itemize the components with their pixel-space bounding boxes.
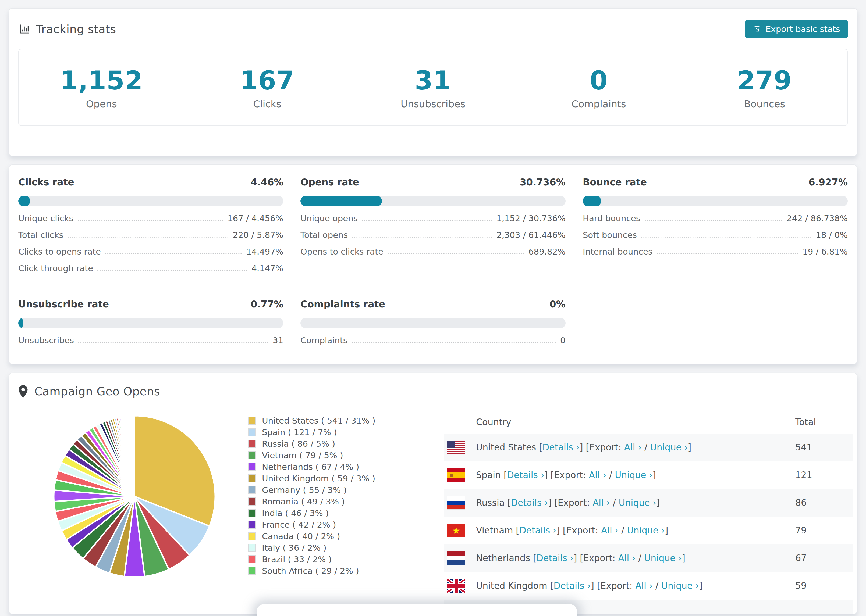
details-link[interactable]: Details › [511,498,548,508]
detail-label: Unsubscribes [18,335,74,345]
detail-label: Click through rate [18,263,93,273]
legend-item-spain: Spain ( 121 / 7% ) [248,426,377,438]
geo-table-row: Spain [Details ›] [Export: All › / Uniqu… [444,461,853,489]
country-cell: United Kingdom [Details ›] [Export: All … [476,580,795,591]
summary-stat-opens: 1,152Opens [19,49,184,125]
column-header-total: Total [795,417,853,427]
detail-value: 167 / 4.456% [228,214,283,223]
rate-detail-row: Hard bounces242 / 86.738% [583,214,848,223]
details-link[interactable]: Details › [519,525,556,536]
stat-label: Complaints [572,98,626,109]
detail-value: 0 [560,335,565,345]
detail-label: Total opens [301,230,348,240]
legend-label: Spain ( 121 / 7% ) [262,427,337,437]
legend-label: France ( 42 / 2% ) [262,520,336,530]
rates-card: Clicks rate4.46%Unique clicks167 / 4.456… [9,165,857,365]
geo-legend: United States ( 541 / 31% )Spain ( 121 /… [248,415,377,577]
export-all-link[interactable]: All › [592,498,610,508]
export-all-link[interactable]: All › [618,553,636,563]
rate-title: Opens rate [301,177,359,188]
details-link[interactable]: Details › [542,442,579,453]
geo-table: Country Total United States [Details ›] … [444,410,853,614]
export-unique-link[interactable]: Unique › [615,470,652,480]
rate-value: 30.736% [520,177,565,188]
export-unique-link[interactable]: Unique › [650,442,688,453]
detail-value: 19 / 6.81% [803,247,848,256]
total-cell: 541 [795,442,853,453]
legend-label: Brazil ( 33 / 2% ) [262,555,332,564]
export-all-link[interactable]: All › [589,470,606,480]
geo-table-row: United States [Details ›] [Export: All ›… [444,434,853,461]
legend-label: Vietnam ( 79 / 5% ) [262,451,343,460]
rate-detail-row: Unique clicks167 / 4.456% [18,214,283,223]
bracket-text: ] [682,553,685,563]
detail-value: 18 / 0% [816,230,848,240]
flag-cell [444,441,476,454]
legend-swatch [248,463,256,471]
geo-table-header: Country Total [444,410,853,434]
legend-label: Italy ( 36 / 2% ) [262,543,326,553]
rate-detail-row: Unique opens1,152 / 30.736% [301,214,565,223]
vn-flag-icon [447,524,465,537]
country-name: United Kingdom [ [476,580,553,591]
export-all-link[interactable]: All › [601,525,619,536]
export-unique-link[interactable]: Unique › [627,525,665,536]
country-name: Spain [ [476,470,507,480]
details-link[interactable]: Details › [537,553,574,563]
geo-table-row: Netherlands [Details ›] [Export: All › /… [444,544,853,572]
map-pin-icon [18,385,28,398]
dotted-leader [352,342,556,343]
total-cell: 67 [795,553,853,563]
legend-item-united-kingdom: United Kingdom ( 59 / 3% ) [248,473,377,484]
detail-value: 242 / 86.738% [787,214,848,223]
rate-progress-bar [301,196,565,206]
legend-swatch [248,440,256,448]
country-name: Russia [ [476,498,511,508]
stat-value: 31 [415,66,451,96]
stat-value: 1,152 [60,66,143,96]
page-title: Tracking stats [36,23,116,36]
flag-cell [444,524,476,537]
detail-label: Hard bounces [583,214,640,223]
rate-progress-fill [18,318,23,328]
country-cell: Russia [Details ›] [Export: All › / Uniq… [476,498,795,508]
total-cell: 79 [795,525,853,536]
tracking-stats-card: Tracking stats Export basic stats 1,152O… [9,8,857,156]
gb-flag-icon [447,579,465,592]
dotted-leader [645,220,783,221]
export-unique-link[interactable]: Unique › [619,498,656,508]
rate-progress-bar [583,196,848,206]
legend-item-france: France ( 42 / 2% ) [248,519,377,530]
rate-title: Bounce rate [583,177,647,188]
tracking-stats-header: Tracking stats Export basic stats [18,20,848,38]
detail-value: 1,152 / 30.736% [496,214,565,223]
rate-title: Unsubscribe rate [18,299,109,310]
dotted-leader [98,270,247,271]
legend-swatch [248,498,256,506]
slash-separator: / [636,553,644,563]
export-unique-link[interactable]: Unique › [661,580,699,591]
legend-swatch [248,475,256,482]
export-unique-link[interactable]: Unique › [644,553,682,563]
export-button-label: Export basic stats [766,24,840,34]
legend-item-south-africa: South Africa ( 29 / 2% ) [248,565,377,577]
dotted-leader [657,253,798,254]
export-all-link[interactable]: All › [635,580,653,591]
export-icon [753,25,761,33]
export-all-link[interactable]: All › [624,442,642,453]
dotted-leader [387,253,524,254]
legend-item-brazil: Brazil ( 33 / 2% ) [248,553,377,565]
bracket-text: ] [Export: [548,498,593,508]
slash-separator: / [619,525,627,536]
detail-value: 220 / 5.87% [233,230,283,240]
rate-header: Opens rate30.736% [301,177,565,188]
detail-label: Total clicks [18,230,63,240]
rate-title: Complaints rate [301,299,385,310]
details-link[interactable]: Details › [507,470,544,480]
rate-detail-row: Unsubscribes31 [18,335,283,345]
details-link[interactable]: Details › [553,580,590,591]
stat-value: 279 [737,66,792,96]
legend-swatch [248,509,256,517]
dotted-leader [78,342,268,343]
export-basic-stats-button[interactable]: Export basic stats [745,20,848,38]
